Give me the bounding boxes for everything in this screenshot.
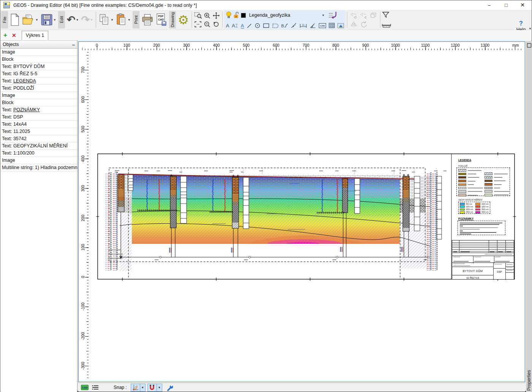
object-row[interactable]: Text: BYTOVÝ DŮM [0, 63, 77, 70]
rectangle-tool[interactable] [263, 23, 269, 28]
table-tool[interactable] [329, 23, 335, 28]
object-row[interactable]: Text: DSP [0, 114, 77, 121]
filter-icon[interactable] [382, 11, 390, 19]
zoom-extents-icon [195, 21, 201, 27]
undo-dropdown-caret[interactable]: ▼ [76, 18, 79, 22]
add-sheet-button[interactable]: + [3, 32, 7, 38]
tab-properties[interactable]: Properties [526, 370, 532, 391]
zoom-out-button[interactable] [203, 20, 212, 28]
copy-dropdown-caret[interactable]: ▼ [111, 18, 114, 22]
redo-button[interactable]: ↷▼ [80, 11, 94, 28]
export-pdf-cad-button[interactable]: PDF CAD [155, 11, 168, 28]
title-block[interactable]: BYTOVÝ DŮM IG ŘEZ 5-5 DSP [452, 240, 514, 280]
open-dropdown-caret[interactable]: ▼ [35, 18, 38, 22]
snap-magnet-caret[interactable]: ▼ [157, 384, 162, 392]
object-row[interactable]: Text: LEGENDA [0, 77, 77, 85]
leader-tool[interactable] [291, 23, 297, 28]
polygon-tool[interactable] [272, 23, 279, 28]
drawing-canvas-area[interactable]: 0100200300400500600700800900100011001200… [78, 41, 525, 382]
edit-menu[interactable]: Edit [58, 11, 65, 28]
save-button[interactable]: ▼ [40, 11, 57, 28]
print-menu[interactable]: Print [133, 11, 139, 28]
object-row[interactable]: Text: 1:100/200 [0, 150, 77, 157]
paste-dropdown-caret[interactable]: ▼ [128, 18, 131, 22]
bulb-icon[interactable] [226, 11, 232, 19]
new-file-button[interactable] [9, 11, 21, 28]
spline-tool[interactable]: B [281, 23, 288, 28]
tab-vykres-1[interactable]: Výkres 1 [22, 31, 49, 40]
circle-tool[interactable] [255, 23, 260, 28]
borehole-s3[interactable] [232, 177, 239, 228]
subsoil-row [458, 183, 483, 186]
notes-box[interactable] [458, 221, 505, 235]
snap-magnet-button[interactable] [147, 384, 157, 392]
zoom-window-button[interactable] [193, 11, 203, 20]
cad-mode-badge[interactable]: CAD [81, 385, 89, 390]
layer-color-swatch[interactable] [241, 13, 246, 18]
text-edit-tool[interactable]: A [241, 23, 244, 28]
borehole-s4[interactable] [342, 179, 348, 213]
gear-icon: ⚙ [178, 14, 189, 26]
zoom-extents-button[interactable] [193, 20, 203, 28]
zoom-in-button[interactable] [203, 11, 212, 20]
subsoil-legend-box[interactable] [456, 168, 510, 196]
snap-label: Snap : [114, 385, 127, 390]
velocity-legend-box[interactable]: 500 m/s1000 m/s2000 m/s2500 m/s 3000 m/s… [458, 202, 490, 214]
cad-import-tool[interactable]: CAD [319, 23, 326, 28]
object-row[interactable]: Block [0, 56, 77, 63]
open-file-button[interactable]: ▼ [21, 11, 40, 28]
snap-settings-wrench-icon[interactable] [166, 384, 173, 391]
remove-sheet-button[interactable]: ✕ [12, 33, 16, 38]
object-row[interactable]: Block [0, 99, 77, 106]
layer-combobox-caret[interactable]: ▼ [321, 14, 325, 17]
object-row[interactable]: Image [0, 49, 77, 56]
borehole-s2[interactable] [170, 176, 176, 228]
settings-button[interactable]: ⚙ [177, 11, 190, 28]
object-row[interactable]: Text: 35742 [0, 135, 77, 142]
copy-button[interactable]: ▼ [98, 11, 115, 28]
borehole-s1[interactable] [118, 175, 124, 212]
velocity-right-column: 3000 m/s3250 m/s3500 m/s4000 m/s [475, 203, 489, 214]
drawing-menu[interactable]: Drawing [169, 11, 176, 28]
maximize-button[interactable]: □ [498, 0, 515, 10]
zoom-previous-button[interactable] [212, 20, 221, 28]
object-row[interactable]: Text: IG ŘEZ 5-5 [0, 70, 77, 77]
snap-axis-button[interactable] [131, 384, 140, 392]
paste-button[interactable]: ▼ [115, 11, 132, 28]
object-row[interactable]: Text: GEOFYZIKÁLNÍ MĚŘENÍ [0, 142, 77, 150]
lock-icon[interactable] [233, 11, 239, 19]
measure-icon[interactable] [382, 22, 391, 28]
object-row[interactable]: Image [0, 92, 77, 99]
subsoil-row [458, 176, 483, 179]
object-row[interactable]: Text: PODLOŽÍ [0, 85, 77, 92]
save-dropdown-caret[interactable]: ▼ [53, 18, 56, 22]
object-row[interactable]: Text: 11.2025 [0, 128, 77, 135]
object-row[interactable]: Text: POZNÁMKY [0, 106, 77, 114]
layer-combobox[interactable]: Legenda_geofyzika ▼ [247, 13, 325, 18]
expand-properties-button[interactable] [527, 43, 531, 47]
object-row[interactable]: Image [0, 157, 77, 164]
angle-tool[interactable] [310, 23, 316, 28]
image-tool[interactable] [337, 23, 344, 28]
collapse-panel-button[interactable]: – [72, 42, 75, 47]
toolbar-separator [380, 12, 380, 28]
dimension-tool[interactable]: 11 [299, 23, 307, 28]
toolbar-separator [347, 12, 347, 28]
object-row[interactable]: Multiline string: 1) Hladina podzemní [0, 164, 77, 171]
text-tool[interactable]: A [226, 23, 229, 28]
snap-axis-caret[interactable]: ▼ [140, 384, 146, 392]
line-tool[interactable] [247, 23, 252, 28]
layer-block: Legenda_geofyzika ▼ A A⌶ A B 11 CA [224, 10, 345, 29]
print-button[interactable] [140, 11, 155, 28]
object-row[interactable]: Text: 14xA4 [0, 121, 77, 128]
h-ruler-label: 1000 [391, 43, 400, 47]
line-style-icon[interactable] [92, 384, 99, 390]
move-to-layer-icon[interactable] [328, 11, 337, 19]
close-button[interactable]: ✕ [514, 0, 531, 10]
pan-button[interactable] [212, 11, 221, 20]
borehole-s5[interactable] [403, 176, 409, 231]
minimize-button[interactable]: – [481, 0, 497, 10]
undo-button[interactable]: ↶▼ [66, 11, 80, 28]
text-cursor-tool[interactable]: A⌶ [232, 23, 238, 28]
file-menu[interactable]: File [1, 11, 8, 28]
